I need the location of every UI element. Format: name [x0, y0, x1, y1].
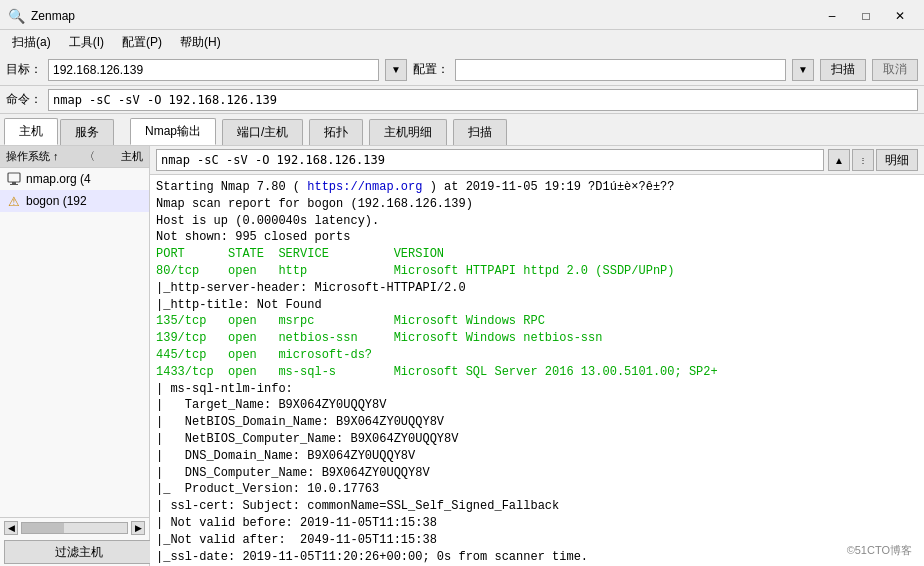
output-line-0: Starting Nmap 7.80 ( https://nmap.org ) …: [156, 179, 918, 196]
app-icon: 🔍: [8, 8, 25, 24]
tab-host[interactable]: 主机: [4, 118, 58, 145]
watermark: ©51CTO博客: [847, 543, 912, 558]
output-line-22: |_ssl-date: 2019-11-05T11:20:26+00:00; 0…: [156, 549, 918, 566]
svg-rect-0: [8, 173, 20, 182]
output-line-11: 1433/tcp open ms-sql-s Microsoft SQL Ser…: [156, 364, 918, 381]
output-line-17: | DNS_Computer_Name: B9X064ZY0UQQY8V: [156, 465, 918, 482]
menu-config[interactable]: 配置(P): [114, 32, 170, 53]
tab-host-detail[interactable]: 主机明细: [369, 119, 447, 145]
output-line-21: |_Not valid after: 2049-11-05T11:15:38: [156, 532, 918, 549]
menu-scan[interactable]: 扫描(a): [4, 32, 59, 53]
tab-area: 主机 服务 Nmap输出 端口/主机 拓扑 主机明细 扫描: [0, 114, 924, 146]
app-title: Zenmap: [31, 9, 75, 23]
minimize-button[interactable]: –: [816, 6, 848, 26]
title-bar: 🔍 Zenmap – □ ✕: [0, 0, 924, 30]
title-bar-left: 🔍 Zenmap: [8, 8, 75, 24]
nmap-output-header: ▲ ⋮ 明细: [150, 146, 924, 175]
toolbar: 目标： ▼ 配置： ▼ 扫描 取消: [0, 54, 924, 86]
tab-scan[interactable]: 扫描: [453, 119, 507, 145]
down-icon[interactable]: ⋮: [852, 149, 874, 171]
output-line-16: | DNS_Domain_Name: B9X064ZY0UQQY8V: [156, 448, 918, 465]
output-line-5: 80/tcp open http Microsoft HTTPAPI httpd…: [156, 263, 918, 280]
divider: 〈: [84, 149, 95, 164]
scroll-thumb: [22, 523, 64, 533]
svg-rect-1: [12, 182, 16, 184]
output-line-10: 445/tcp open microsoft-ds?: [156, 347, 918, 364]
output-line-4: PORT STATE SERVICE VERSION: [156, 246, 918, 263]
left-panel: 操作系统 ↑ 〈 主机 nmap.org (4 ⚠ bogon (192: [0, 146, 150, 566]
nmap-output-command-input[interactable]: [156, 149, 824, 171]
output-line-1: Nmap scan report for bogon (192.168.126.…: [156, 196, 918, 213]
output-line-8: 135/tcp open msrpc Microsoft Windows RPC: [156, 313, 918, 330]
output-line-2: Host is up (0.000040s latency).: [156, 213, 918, 230]
output-line-13: | Target_Name: B9X064ZY0UQQY8V: [156, 397, 918, 414]
target-label: 目标：: [6, 61, 42, 78]
main-content: 操作系统 ↑ 〈 主机 nmap.org (4 ⚠ bogon (192: [0, 146, 924, 566]
target-dropdown[interactable]: ▼: [385, 59, 407, 81]
close-button[interactable]: ✕: [884, 6, 916, 26]
up-icon[interactable]: ▲: [828, 149, 850, 171]
monitor-icon: [6, 171, 22, 187]
output-line-14: | NetBIOS_Domain_Name: B9X064ZY0UQQY8V: [156, 414, 918, 431]
output-line-18: |_ Product_Version: 10.0.17763: [156, 481, 918, 498]
command-input[interactable]: [48, 89, 918, 111]
tab-service[interactable]: 服务: [60, 119, 114, 145]
command-toolbar: 命令：: [0, 86, 924, 114]
output-line-7: |_http-title: Not Found: [156, 297, 918, 314]
host-subheader-label: 主机: [121, 149, 143, 164]
menu-tools[interactable]: 工具(I): [61, 32, 112, 53]
target-input[interactable]: [48, 59, 379, 81]
output-line-19: | ssl-cert: Subject: commonName=SSL_Self…: [156, 498, 918, 515]
scroll-left-btn[interactable]: ◀: [4, 521, 18, 535]
left-panel-subheader: 操作系统 ↑ 〈 主机: [0, 146, 149, 168]
output-line-6: |_http-server-header: Microsoft-HTTPAPI/…: [156, 280, 918, 297]
output-buttons: ▲ ⋮ 明细: [828, 149, 918, 171]
os-label: 操作系统 ↑: [6, 149, 59, 164]
title-bar-controls: – □ ✕: [816, 6, 916, 26]
left-panel-scrollarea: ◀ ▶: [0, 517, 149, 538]
right-tabs: Nmap输出 端口/主机 拓扑 主机明细 扫描: [114, 114, 924, 145]
menu-bar: 扫描(a) 工具(I) 配置(P) 帮助(H): [0, 30, 924, 54]
filter-hosts-button[interactable]: 过滤主机: [4, 540, 153, 564]
output-line-9: 139/tcp open netbios-ssn Microsoft Windo…: [156, 330, 918, 347]
output-line-15: | NetBIOS_Computer_Name: B9X064ZY0UQQY8V: [156, 431, 918, 448]
scan-button[interactable]: 扫描: [820, 59, 866, 81]
scroll-right-btn[interactable]: ▶: [131, 521, 145, 535]
cancel-button[interactable]: 取消: [872, 59, 918, 81]
host-item-nmap[interactable]: nmap.org (4: [0, 168, 149, 190]
right-panel: ▲ ⋮ 明细 Starting Nmap 7.80 ( https://nmap…: [150, 146, 924, 566]
output-line-20: | Not valid before: 2019-11-05T11:15:38: [156, 515, 918, 532]
svg-rect-2: [10, 184, 18, 185]
left-tabs: 主机 服务: [4, 114, 114, 145]
scroll-track[interactable]: [21, 522, 128, 534]
output-line-3: Not shown: 995 closed ports: [156, 229, 918, 246]
tab-port-host[interactable]: 端口/主机: [222, 119, 303, 145]
host-name-nmap: nmap.org (4: [26, 172, 91, 186]
host-item-bogon[interactable]: ⚠ bogon (192: [0, 190, 149, 212]
command-label: 命令：: [6, 91, 42, 108]
warning-icon: ⚠: [6, 193, 22, 209]
maximize-button[interactable]: □: [850, 6, 882, 26]
detail-button[interactable]: 明细: [876, 149, 918, 171]
host-name-bogon: bogon (192: [26, 194, 87, 208]
output-line-12: | ms-sql-ntlm-info:: [156, 381, 918, 398]
terminal-output[interactable]: Starting Nmap 7.80 ( https://nmap.org ) …: [150, 175, 924, 566]
config-dropdown[interactable]: ▼: [792, 59, 814, 81]
host-list: nmap.org (4 ⚠ bogon (192: [0, 168, 149, 517]
tab-topology[interactable]: 拓扑: [309, 119, 363, 145]
tab-nmap-output[interactable]: Nmap输出: [130, 118, 216, 145]
config-label: 配置：: [413, 61, 449, 78]
config-input[interactable]: [455, 59, 786, 81]
menu-help[interactable]: 帮助(H): [172, 32, 229, 53]
